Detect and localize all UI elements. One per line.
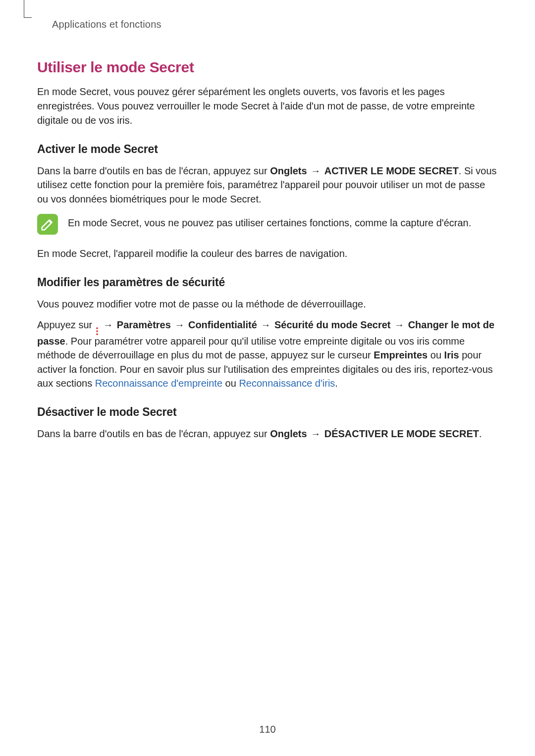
arrow-icon: → <box>100 319 117 330</box>
section-activate: Activer le mode Secret Dans la barre d'o… <box>37 143 498 261</box>
section-title-activate: Activer le mode Secret <box>37 143 498 156</box>
arrow-icon: → <box>307 428 324 439</box>
section-header-label: Applications et fonctions <box>52 19 498 30</box>
bold-onglets: Onglets <box>270 428 307 439</box>
note-text: En mode Secret, vous ne pouvez pas utili… <box>68 213 471 230</box>
text-fragment: Dans la barre d'outils en bas de l'écran… <box>37 428 270 439</box>
text-fragment: ou <box>428 350 444 360</box>
note-icon <box>37 214 58 235</box>
page-corner-mark <box>24 0 32 18</box>
text-fragment: Appuyez sur <box>37 319 95 330</box>
arrow-icon: → <box>171 319 188 330</box>
bold-parametres: Paramètres <box>117 319 171 330</box>
text-fragment: . <box>335 378 338 389</box>
activate-paragraph-2: En mode Secret, l'appareil modifie la co… <box>37 247 498 260</box>
pencil-note-icon <box>40 217 55 232</box>
text-fragment: Dans la barre d'outils en bas de l'écran… <box>37 165 270 176</box>
bold-activer: ACTIVER LE MODE SECRET <box>324 165 459 176</box>
bold-desactiver: DÉSACTIVER LE MODE SECRET <box>324 428 479 439</box>
link-empreinte[interactable]: Reconnaissance d'empreinte <box>95 378 222 389</box>
activate-paragraph: Dans la barre d'outils en bas de l'écran… <box>37 164 498 206</box>
arrow-icon: → <box>257 319 274 330</box>
section-deactivate: Désactiver le mode Secret Dans la barre … <box>37 405 498 441</box>
security-paragraph-1: Vous pouvez modifier votre mot de passe … <box>37 297 498 311</box>
deactivate-paragraph: Dans la barre d'outils en bas de l'écran… <box>37 427 498 441</box>
text-fragment: ou <box>222 378 239 389</box>
page-content: Applications et fonctions Utiliser le mo… <box>0 0 535 441</box>
page-title: Utiliser le mode Secret <box>37 59 498 76</box>
bold-securite: Sécurité du mode Secret <box>274 319 391 330</box>
bold-confidentialite: Confidentialité <box>188 319 257 330</box>
bold-onglets: Onglets <box>270 165 307 176</box>
bold-empreintes: Empreintes <box>374 350 428 360</box>
link-iris[interactable]: Reconnaissance d'iris <box>239 378 335 389</box>
section-title-security: Modifier les paramètres de sécurité <box>37 276 498 289</box>
security-paragraph-2: Appuyez sur → Paramètres → Confidentiali… <box>37 318 498 391</box>
intro-paragraph: En mode Secret, vous pouvez gérer séparé… <box>37 85 498 128</box>
arrow-icon: → <box>391 319 408 330</box>
text-fragment: . <box>479 428 482 439</box>
more-menu-icon <box>96 327 98 335</box>
page-number: 110 <box>0 724 535 735</box>
note-block: En mode Secret, vous ne pouvez pas utili… <box>37 213 498 235</box>
section-security: Modifier les paramètres de sécurité Vous… <box>37 276 498 391</box>
arrow-icon: → <box>307 165 324 176</box>
bold-iris: Iris <box>444 350 459 360</box>
section-title-deactivate: Désactiver le mode Secret <box>37 405 498 419</box>
